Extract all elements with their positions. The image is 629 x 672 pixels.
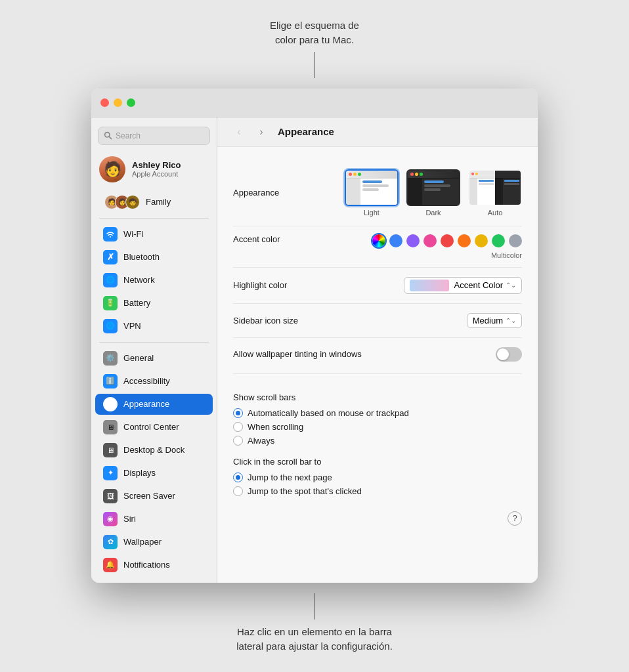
thumb-half-bar-dark xyxy=(495,171,521,178)
sidebar-item-screen-saver[interactable]: 🖼 Screen Saver xyxy=(95,486,213,507)
thumb-content-bar-3 xyxy=(362,188,379,191)
panel-title: Appearance xyxy=(278,126,334,137)
scroll-bars-option-scrolling[interactable]: When scrolling xyxy=(233,420,522,434)
appearance-option-dark[interactable]: Dark xyxy=(406,169,460,217)
sidebar-item-control-center[interactable]: 🖥 Control Center xyxy=(95,417,213,438)
annotation-top: Elige el esquema de color para tu Mac. xyxy=(270,18,359,78)
help-button[interactable]: ? xyxy=(508,511,522,526)
scroll-bars-option-always[interactable]: Always xyxy=(233,434,522,448)
accent-swatch-multicolor[interactable] xyxy=(372,234,385,247)
thumb-body-dark xyxy=(408,178,459,205)
scroll-bars-option-scrolling-label: When scrolling xyxy=(248,422,303,432)
thumb-bar-light xyxy=(346,171,397,178)
thumb-auto-body xyxy=(469,178,521,205)
accent-swatch-pink[interactable] xyxy=(423,234,437,247)
accent-swatch-graphite[interactable] xyxy=(509,234,522,247)
sidebar-item-wallpaper[interactable]: ✿ Wallpaper xyxy=(95,532,213,553)
scroll-click-option-next-label: Jump to the next page xyxy=(248,472,332,482)
traffic-lights xyxy=(100,98,135,107)
close-button[interactable] xyxy=(100,98,109,107)
sidebar-item-label-screen-saver: Screen Saver xyxy=(123,491,175,501)
back-button[interactable]: ‹ xyxy=(230,125,248,138)
radio-dot-next-page xyxy=(236,475,240,480)
appearance-options: Light xyxy=(345,169,522,217)
sidebar-item-family[interactable]: 🧑 👩 🧒 Family xyxy=(95,192,213,213)
accent-colors xyxy=(372,234,522,247)
scroll-bars-option-auto-label: Automatically based on mouse or trackpad xyxy=(248,408,409,418)
sidebar-item-accessibility[interactable]: ℹ️ Accessibility xyxy=(95,371,213,392)
radio-circle-auto xyxy=(233,408,243,418)
sidebar-item-appearance[interactable]: ◑ Appearance xyxy=(95,394,213,415)
sidebar-item-wifi[interactable]: Wi-Fi xyxy=(95,224,213,245)
forward-button[interactable]: › xyxy=(253,125,270,138)
svg-line-1 xyxy=(109,136,111,138)
sidebar-item-battery[interactable]: 🔋 Battery xyxy=(95,293,213,314)
sidebar-icon-size-row: Sidebar icon size Medium ⌃⌄ xyxy=(233,304,522,338)
accent-swatch-green[interactable] xyxy=(492,234,505,247)
bluetooth-icon: ✗ xyxy=(103,250,118,264)
highlight-color-value: Accent Color xyxy=(454,280,503,290)
thumb-dot-green xyxy=(358,173,361,176)
auto-dot-y xyxy=(475,173,478,175)
sidebar-item-displays[interactable]: ✦ Displays xyxy=(95,463,213,484)
sidebar-item-vpn[interactable]: 🌐 VPN xyxy=(95,316,213,337)
vpn-icon: 🌐 xyxy=(103,319,118,333)
thumb-sidebar-dark xyxy=(408,178,422,205)
avatar: 🧑 xyxy=(99,156,125,182)
sidebar-item-label-desktop-dock: Desktop & Dock xyxy=(123,445,184,455)
sidebar-item-label-family: Family xyxy=(146,197,171,207)
wallpaper-tinting-row: Allow wallpaper tinting in windows xyxy=(233,338,522,371)
thumb-auto-main-dark xyxy=(503,178,521,205)
accent-swatch-blue[interactable] xyxy=(389,234,402,247)
siri-icon: ◉ xyxy=(103,512,118,526)
annotation-bottom: Haz clic en un elemento en la barra late… xyxy=(236,593,393,654)
sidebar-item-network[interactable]: 🌐 Network xyxy=(95,270,213,291)
scroll-bars-option-auto[interactable]: Automatically based on mouse or trackpad xyxy=(233,406,522,420)
auto-bar-d2 xyxy=(504,183,519,185)
search-placeholder: Search xyxy=(116,131,141,140)
scroll-click-option-spot-label: Jump to the spot that's clicked xyxy=(248,486,362,496)
accent-col-multicolor[interactable] xyxy=(372,234,385,247)
auto-bar-l2 xyxy=(479,183,494,185)
thumb-dot-y-dark xyxy=(415,173,418,176)
wallpaper-tinting-toggle[interactable] xyxy=(496,347,522,362)
family-avatar-3: 🧒 xyxy=(125,195,140,209)
sidebar-item-bluetooth[interactable]: ✗ Bluetooth xyxy=(95,247,213,268)
wallpaper-tinting-control xyxy=(368,347,522,362)
maximize-button[interactable] xyxy=(127,98,135,107)
sidebar-item-notifications[interactable]: 🔔 Notifications xyxy=(95,555,213,576)
highlight-color-label: Highlight color xyxy=(233,280,338,290)
radio-circle-spot xyxy=(233,486,243,496)
sidebar-item-label-wifi: Wi-Fi xyxy=(123,229,143,239)
search-bar[interactable]: Search xyxy=(98,127,210,145)
highlight-color-dropdown[interactable]: Accent Color ⌃⌄ xyxy=(404,277,522,294)
appearance-setting-row: Appearance xyxy=(233,160,522,226)
toggle-knob xyxy=(497,348,509,360)
sidebar-item-siri[interactable]: ◉ Siri xyxy=(95,509,213,530)
highlight-dropdown-chevron: ⌃⌄ xyxy=(506,282,516,289)
sidebar-item-label-battery: Battery xyxy=(123,298,150,308)
thumb-auto-main-light xyxy=(477,178,495,205)
main-panel: ‹ › Appearance Appearance xyxy=(217,117,538,583)
sidebar-item-general[interactable]: ⚙️ General xyxy=(95,348,213,369)
accent-swatch-purple[interactable] xyxy=(406,234,420,247)
scroll-click-option-next[interactable]: Jump to the next page xyxy=(233,471,522,484)
sidebar-icon-size-dropdown[interactable]: Medium ⌃⌄ xyxy=(467,313,522,328)
appearance-label: Appearance xyxy=(233,188,338,198)
scroll-bars-group: Show scroll bars Automatically based on … xyxy=(233,374,522,448)
appearance-option-light[interactable]: Light xyxy=(345,169,399,217)
scroll-click-group: Click in the scroll bar to Jump to the n… xyxy=(233,457,522,498)
thumb-auto-sidebar-dark xyxy=(495,178,503,205)
scroll-click-option-spot[interactable]: Jump to the spot that's clicked xyxy=(233,484,522,498)
minimize-button[interactable] xyxy=(114,98,122,107)
accent-swatch-orange[interactable] xyxy=(458,234,471,247)
user-section[interactable]: 🧑 Ashley Rico Apple Account xyxy=(91,152,217,186)
accent-swatch-red[interactable] xyxy=(441,234,454,247)
appearance-option-auto[interactable]: Auto xyxy=(468,169,522,217)
sidebar-item-desktop-dock[interactable]: 🖥 Desktop & Dock xyxy=(95,440,213,461)
thumb-auto-dark-side xyxy=(495,178,521,205)
scroll-click-label: Click in the scroll bar to xyxy=(233,457,522,467)
accent-color-label: Accent color xyxy=(233,234,338,244)
accent-swatch-yellow[interactable] xyxy=(475,234,488,247)
appearance-thumb-dark xyxy=(406,169,460,206)
